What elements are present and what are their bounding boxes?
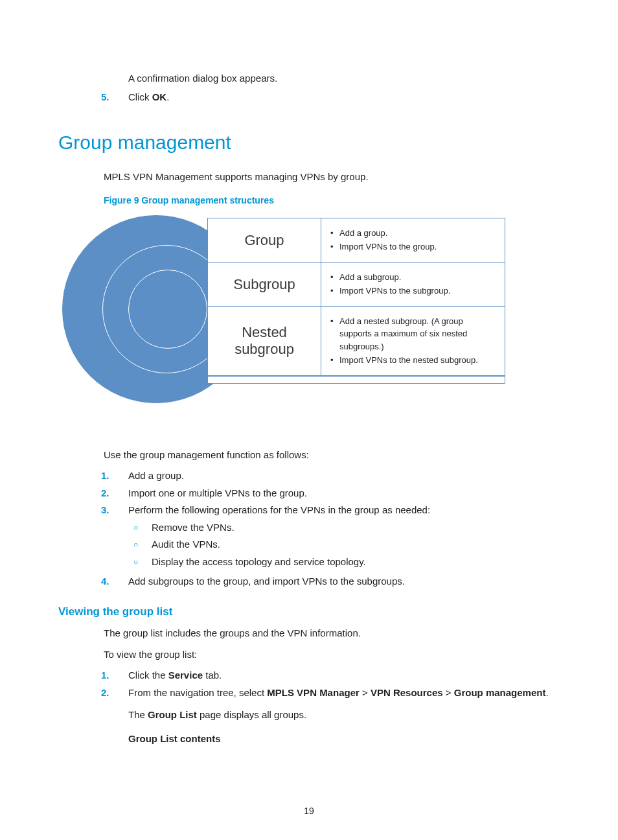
heading-group-management: Group management bbox=[58, 128, 560, 157]
heading-viewing-group-list: Viewing the group list bbox=[58, 603, 560, 620]
bullet-text: Add a group. bbox=[339, 227, 387, 240]
bullet-text: Import VPNs to the group. bbox=[339, 240, 437, 253]
text: page displays all groups. bbox=[197, 709, 306, 720]
sub-step: ○Display the access topology and service… bbox=[133, 555, 560, 570]
step-number: 1. bbox=[101, 469, 128, 484]
figure-caption: Figure 9 Group management structures bbox=[104, 194, 560, 207]
step-text: Click OK. bbox=[128, 90, 560, 105]
step-text: Click the Service tab. bbox=[128, 668, 560, 683]
row-desc: •Add a group. •Import VPNs to the group. bbox=[321, 218, 505, 262]
sub-step: ○Remove the VPNs. bbox=[133, 520, 560, 535]
row-desc: •Add a subgroup. •Import VPNs to the sub… bbox=[321, 262, 505, 306]
sub-text: Audit the VPNs. bbox=[152, 537, 220, 552]
row-label: Group bbox=[208, 218, 321, 262]
use-intro: Use the group management function as fol… bbox=[104, 448, 560, 463]
text: . bbox=[166, 91, 169, 102]
step-text: From the navigation tree, select MPLS VP… bbox=[128, 686, 560, 747]
view-step-2: 2. From the navigation tree, select MPLS… bbox=[101, 686, 560, 747]
confirmation-text: A confirmation dialog box appears. bbox=[128, 71, 560, 86]
bullet: •Add a nested subgroup. (A group support… bbox=[330, 315, 496, 353]
table-footer-row bbox=[208, 376, 505, 383]
num-step-4: 4. Add subgroups to the group, and impor… bbox=[101, 574, 560, 589]
step-text: Import one or multiple VPNs to the group… bbox=[128, 486, 560, 501]
row-desc: •Add a nested subgroup. (A group support… bbox=[321, 307, 505, 375]
bold-text: Group List bbox=[148, 709, 197, 720]
text: Click the bbox=[128, 670, 168, 681]
intro-paragraph: MPLS VPN Management supports managing VP… bbox=[104, 170, 560, 185]
bold-text: Service bbox=[168, 670, 203, 681]
circle-icon: ○ bbox=[133, 537, 152, 552]
step-number: 2. bbox=[101, 686, 128, 747]
bullet-text: Add a nested subgroup. (A group supports… bbox=[339, 315, 496, 353]
bullet: •Import VPNs to the group. bbox=[330, 240, 496, 253]
text: > bbox=[360, 687, 371, 698]
num-step-2: 2. Import one or multiple VPNs to the gr… bbox=[101, 486, 560, 501]
text: Perform the following operations for the… bbox=[128, 504, 430, 515]
view-prompt: To view the group list: bbox=[104, 648, 560, 662]
step-number: 2. bbox=[101, 486, 128, 501]
page-number: 19 bbox=[0, 804, 618, 818]
bold-text: Group management bbox=[454, 687, 546, 698]
circle-icon: ○ bbox=[133, 555, 152, 570]
step-number: 1. bbox=[101, 668, 128, 683]
bold-text: MPLS VPN Manager bbox=[267, 687, 360, 698]
sub-text: Remove the VPNs. bbox=[152, 520, 235, 535]
step-text: Add a group. bbox=[128, 469, 560, 484]
table-row: Nested subgroup •Add a nested subgroup. … bbox=[208, 307, 505, 376]
step-number: 4. bbox=[101, 574, 128, 589]
row-label: Subgroup bbox=[208, 262, 321, 306]
bullet: •Add a subgroup. bbox=[330, 271, 496, 284]
bullet-text: Add a subgroup. bbox=[339, 271, 401, 284]
step-number: 5. bbox=[101, 90, 128, 105]
text: > bbox=[443, 687, 454, 698]
bullet: •Add a group. bbox=[330, 227, 496, 240]
circle-icon: ○ bbox=[133, 520, 152, 535]
view-intro: The group list includes the groups and t… bbox=[104, 626, 560, 641]
group-list-contents-heading: Group List contents bbox=[128, 732, 560, 747]
sub-step: ○Audit the VPNs. bbox=[133, 537, 560, 552]
num-step-1: 1. Add a group. bbox=[101, 469, 560, 484]
step-5: 5. Click OK. bbox=[101, 90, 560, 105]
num-step-3: 3. Perform the following operations for … bbox=[101, 503, 560, 572]
step-text: Add subgroups to the group, and import V… bbox=[128, 574, 560, 589]
text: From the navigation tree, select bbox=[128, 687, 267, 698]
bullet-text: Import VPNs to the subgroup. bbox=[339, 285, 450, 298]
circle-inner bbox=[128, 270, 207, 349]
step-text: Perform the following operations for the… bbox=[128, 503, 560, 572]
bold-text: OK bbox=[152, 91, 167, 102]
view-step-1: 1. Click the Service tab. bbox=[101, 668, 560, 683]
text: The bbox=[128, 709, 148, 720]
bold-text: VPN Resources bbox=[371, 687, 443, 698]
text: Click bbox=[128, 91, 152, 102]
bullet: •Import VPNs to the subgroup. bbox=[330, 285, 496, 298]
text: . bbox=[545, 687, 548, 698]
document-page: A confirmation dialog box appears. 5. Cl… bbox=[0, 0, 618, 840]
figure-9-diagram: Group •Add a group. •Import VPNs to the … bbox=[130, 218, 505, 422]
step-number: 3. bbox=[101, 503, 128, 572]
table-row: Subgroup •Add a subgroup. •Import VPNs t… bbox=[208, 262, 505, 307]
row-label: Nested subgroup bbox=[208, 307, 321, 375]
bullet-text: Import VPNs to the nested subgroup. bbox=[339, 354, 478, 367]
diagram-table: Group •Add a group. •Import VPNs to the … bbox=[207, 218, 505, 384]
text: tab. bbox=[203, 670, 222, 681]
bullet: •Import VPNs to the nested subgroup. bbox=[330, 354, 496, 367]
sub-text: Display the access topology and service … bbox=[152, 555, 366, 570]
table-row: Group •Add a group. •Import VPNs to the … bbox=[208, 218, 505, 262]
